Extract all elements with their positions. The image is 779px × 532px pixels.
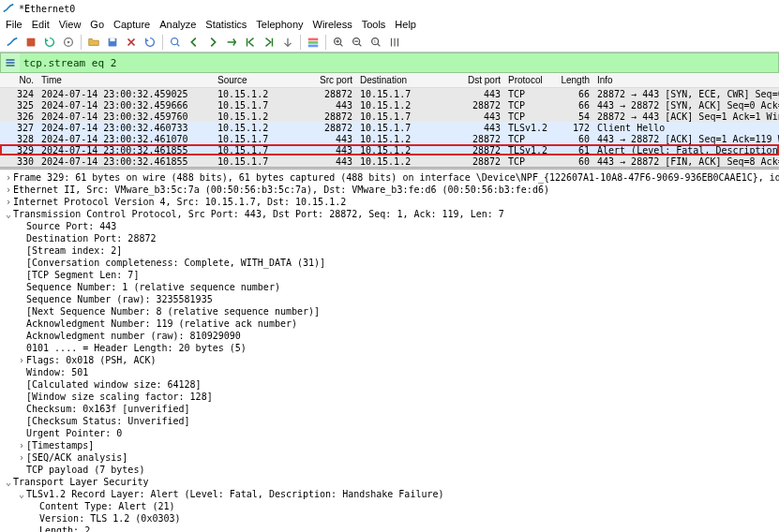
save-file-icon[interactable]	[104, 34, 121, 51]
column-header-src-port[interactable]: Src port	[307, 75, 356, 85]
reload-file-icon[interactable]	[142, 34, 158, 51]
resize-columns-icon[interactable]	[386, 34, 403, 51]
tree-field[interactable]: Sequence Number: 1 (relative sequence nu…	[4, 281, 775, 293]
tree-field[interactable]: [TCP Segment Len: 7]	[4, 269, 775, 281]
packet-row[interactable]: 3272024-07-14 23:00:32.46073310.15.1.228…	[0, 122, 779, 133]
menu-item-analyze[interactable]: Analyze	[159, 19, 196, 30]
svg-rect-6	[308, 37, 319, 40]
go-first-icon[interactable]	[242, 34, 259, 51]
packet-row[interactable]: 3292024-07-14 23:00:32.46185510.15.1.744…	[0, 144, 779, 155]
menu-item-help[interactable]: Help	[395, 19, 416, 30]
tree-field[interactable]: Checksum: 0x163f [unverified]	[4, 403, 775, 415]
tree-field[interactable]: [Window size scaling factor: 128]	[4, 391, 775, 403]
tree-tcp-flags[interactable]: ›Flags: 0x018 (PSH, ACK)	[4, 354, 775, 366]
capture-options-icon[interactable]	[60, 34, 77, 51]
go-back-icon[interactable]	[186, 34, 202, 51]
column-header-source[interactable]: Source	[214, 75, 307, 85]
close-file-icon[interactable]	[123, 34, 140, 51]
tree-tcp-seqack[interactable]: ›[SEQ/ACK analysis]	[4, 451, 775, 464]
go-forward-icon[interactable]	[204, 34, 221, 51]
menu-bar: FileEditViewGoCaptureAnalyzeStatisticsTe…	[0, 17, 779, 32]
packet-list-header[interactable]: No.TimeSourceSrc portDestinationDst port…	[0, 73, 779, 88]
tree-tcp-payload[interactable]: TCP payload (7 bytes)	[4, 464, 775, 476]
go-last-icon[interactable]	[261, 34, 277, 51]
tree-field[interactable]: Acknowledgment number (raw): 810929090	[4, 330, 775, 342]
tree-field[interactable]: 0101 .... = Header Length: 20 bytes (5)	[4, 342, 775, 354]
svg-rect-8	[308, 44, 319, 47]
packet-row[interactable]: 3302024-07-14 23:00:32.46185510.15.1.744…	[0, 155, 779, 167]
column-header-protocol[interactable]: Protocol	[504, 75, 551, 85]
svg-rect-15	[7, 65, 15, 66]
tree-field[interactable]: Acknowledgment Number: 119 (relative ack…	[4, 318, 775, 330]
tree-tls-record[interactable]: ⌄TLSv1.2 Record Layer: Alert (Level: Fat…	[4, 488, 775, 500]
tree-field[interactable]: Length: 2	[4, 525, 775, 532]
find-packet-icon[interactable]	[167, 34, 184, 51]
column-header-destination[interactable]: Destination	[356, 75, 450, 85]
tree-tcp-timestamps[interactable]: ›[Timestamps]	[4, 439, 775, 451]
menu-item-telephony[interactable]: Telephony	[256, 19, 303, 30]
stop-capture-icon[interactable]	[22, 34, 39, 51]
tree-field[interactable]: [Checksum Status: Unverified]	[4, 415, 775, 427]
zoom-in-icon[interactable]	[330, 34, 347, 51]
tree-field[interactable]: [Calculated window size: 64128]	[4, 378, 775, 391]
colorize-icon[interactable]	[305, 34, 322, 51]
packet-details-pane[interactable]: ›Frame 329: 61 bytes on wire (488 bits),…	[0, 170, 779, 532]
menu-item-tools[interactable]: Tools	[362, 19, 386, 30]
tree-frame[interactable]: ›Frame 329: 61 bytes on wire (488 bits),…	[4, 171, 775, 184]
go-to-packet-icon[interactable]	[223, 34, 240, 51]
tree-field[interactable]: Destination Port: 28872	[4, 232, 775, 244]
auto-scroll-icon[interactable]	[279, 34, 296, 51]
tree-field[interactable]: [Next Sequence Number: 8 (relative seque…	[4, 305, 775, 318]
svg-rect-13	[7, 59, 15, 61]
tree-ethernet[interactable]: ›Ethernet II, Src: VMware_b3:5c:7a (00:5…	[4, 184, 775, 196]
toolbar-separator	[162, 35, 163, 50]
packet-list-pane: No.TimeSourceSrc portDestinationDst port…	[0, 73, 779, 167]
column-header-no-[interactable]: No.	[0, 75, 37, 85]
toolbar-separator	[81, 35, 82, 50]
open-file-icon[interactable]	[85, 34, 102, 51]
svg-rect-4	[110, 37, 114, 41]
menu-item-go[interactable]: Go	[90, 19, 104, 30]
window-title: *Ethernet0	[19, 4, 75, 14]
toolbar-separator	[300, 35, 301, 50]
start-capture-icon[interactable]	[4, 34, 21, 51]
svg-rect-7	[308, 41, 319, 44]
menu-item-capture[interactable]: Capture	[113, 19, 150, 30]
tree-field[interactable]: Source Port: 443	[4, 220, 775, 232]
tree-field[interactable]: Version: TLS 1.2 (0x0303)	[4, 512, 775, 525]
tree-ip[interactable]: ›Internet Protocol Version 4, Src: 10.15…	[4, 196, 775, 208]
menu-item-view[interactable]: View	[59, 19, 82, 30]
zoom-out-icon[interactable]	[349, 34, 366, 51]
packet-row[interactable]: 3262024-07-14 23:00:32.45976010.15.1.228…	[0, 111, 779, 122]
svg-rect-14	[7, 62, 15, 64]
filter-bookmark-icon[interactable]	[1, 53, 20, 72]
tree-field[interactable]: [Conversation completeness: Complete, WI…	[4, 257, 775, 269]
column-header-length[interactable]: Length	[551, 75, 593, 85]
title-bar: *Ethernet0	[0, 0, 779, 17]
tree-field[interactable]: Urgent Pointer: 0	[4, 427, 775, 439]
tree-field[interactable]: Sequence Number (raw): 3235581935	[4, 293, 775, 305]
svg-point-2	[67, 40, 70, 43]
tree-field[interactable]: [Stream index: 2]	[4, 244, 775, 257]
packet-row[interactable]: 3242024-07-14 23:00:32.45902510.15.1.228…	[0, 88, 779, 99]
column-header-info[interactable]: Info	[593, 75, 779, 85]
tree-field[interactable]: Window: 501	[4, 366, 775, 378]
tree-tcp[interactable]: ⌄Transmission Control Protocol, Src Port…	[4, 208, 775, 220]
menu-item-edit[interactable]: Edit	[32, 19, 50, 30]
menu-item-file[interactable]: File	[6, 19, 22, 30]
zoom-reset-icon[interactable]: 1	[367, 34, 384, 51]
svg-point-5	[172, 37, 178, 44]
menu-item-statistics[interactable]: Statistics	[205, 19, 247, 30]
column-header-dst-port[interactable]: Dst port	[450, 75, 504, 85]
menu-item-wireless[interactable]: Wireless	[313, 19, 352, 30]
restart-capture-icon[interactable]	[41, 34, 58, 51]
packet-row[interactable]: 3282024-07-14 23:00:32.46107010.15.1.744…	[0, 133, 779, 144]
column-header-time[interactable]: Time	[37, 75, 214, 85]
svg-text:1: 1	[373, 38, 376, 43]
toolbar-separator	[325, 35, 326, 50]
packet-row[interactable]: 3252024-07-14 23:00:32.45966610.15.1.744…	[0, 99, 779, 111]
tree-tls[interactable]: ⌄Transport Layer Security	[4, 476, 775, 488]
svg-rect-0	[27, 37, 36, 46]
tree-field[interactable]: Content Type: Alert (21)	[4, 500, 775, 512]
display-filter-input[interactable]	[20, 53, 778, 72]
